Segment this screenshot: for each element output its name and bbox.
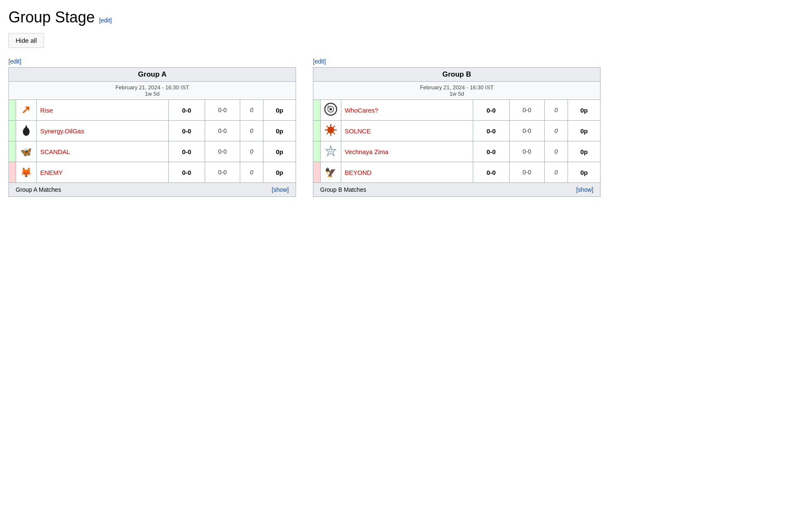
table-row: ↗ Rise 0-0 0-0 0 0p <box>9 100 296 121</box>
team-points: 0p <box>263 121 296 141</box>
team-points: 0p <box>568 162 601 183</box>
team-score-wl: 0-0 <box>473 141 509 162</box>
svg-point-7 <box>329 108 332 110</box>
page-title: Group Stage <box>8 8 95 26</box>
svg-line-17 <box>326 132 329 134</box>
team-score-diff: 0 <box>544 121 568 141</box>
team-logo: 🦋 <box>16 141 37 162</box>
group-a-countdown: 1w 5d <box>12 91 292 97</box>
team-rank-color <box>9 141 16 162</box>
team-score-maps: 0-0 <box>205 121 240 141</box>
group-a-show-link[interactable]: [show] <box>272 186 289 193</box>
group-b-name: Group B <box>442 70 471 78</box>
team-score-maps: 0-0 <box>205 162 240 183</box>
team-name[interactable]: BEYOND <box>341 162 473 183</box>
svg-text:🦊: 🦊 <box>20 167 32 178</box>
svg-line-14 <box>326 126 329 128</box>
team-score-wl: 0-0 <box>168 162 205 183</box>
table-row: Vechnaya Zima 0-0 0-0 0 0p <box>313 141 601 162</box>
group-a-table: Group A February 21, 2024 - 16:30 IST 1w… <box>8 67 296 197</box>
group-b-footer-label: Group B Matches <box>320 186 366 193</box>
team-logo: 🦅 <box>321 162 341 183</box>
group-b-section: [edit] Group B February 21, 2024 - 16:30… <box>313 58 601 197</box>
svg-text:$: $ <box>327 105 329 108</box>
team-score-diff: 0 <box>240 162 263 183</box>
svg-text:🦋: 🦋 <box>20 146 32 157</box>
team-name[interactable]: ENEMY <box>37 162 169 183</box>
team-rank-color <box>313 121 321 141</box>
svg-line-15 <box>333 132 335 134</box>
team-logo <box>16 121 37 141</box>
team-score-wl: 0-0 <box>473 162 509 183</box>
team-points: 0p <box>568 141 601 162</box>
team-score-maps: 0-0 <box>205 141 240 162</box>
team-name[interactable]: SCANDAL <box>37 141 169 162</box>
team-score-diff: 0 <box>240 121 263 141</box>
table-row: Synergy.OilGas 0-0 0-0 0 0p <box>9 121 296 141</box>
team-name[interactable]: Vechnaya Zima <box>341 141 473 162</box>
team-rank-color <box>313 162 321 183</box>
group-b-date: February 21, 2024 - 16:30 IST <box>317 84 597 91</box>
team-rank-color <box>9 162 16 183</box>
team-score-wl: 0-0 <box>168 121 205 141</box>
team-score-diff: 0 <box>240 141 263 162</box>
group-a-edit-link[interactable]: [edit] <box>8 58 296 65</box>
team-logo: 🦊 <box>16 162 37 183</box>
team-name[interactable]: Rise <box>37 100 169 121</box>
table-row: SOLNCE 0-0 0-0 0 0p <box>313 121 601 141</box>
team-points: 0p <box>263 162 296 183</box>
team-score-wl: 0-0 <box>168 100 205 121</box>
team-score-wl: 0-0 <box>473 100 509 121</box>
team-name[interactable]: Synergy.OilGas <box>37 121 169 141</box>
team-name[interactable]: SOLNCE <box>341 121 473 141</box>
table-row: 🦊 ENEMY 0-0 0-0 0 0p <box>9 162 296 183</box>
team-score-maps: 0-0 <box>509 121 544 141</box>
team-points: 0p <box>263 141 296 162</box>
group-b-show-link[interactable]: [show] <box>576 186 593 193</box>
group-a-name: Group A <box>138 70 166 78</box>
svg-text:↗: ↗ <box>21 103 30 116</box>
team-score-diff: 0 <box>544 162 568 183</box>
table-row: 🦅 BEYOND 0-0 0-0 0 0p <box>313 162 601 183</box>
group-a-footer-label: Group A Matches <box>16 186 61 193</box>
team-score-wl: 0-0 <box>168 141 205 162</box>
groups-container: [edit] Group A February 21, 2024 - 16:30… <box>8 58 804 197</box>
table-row: $ WhoCares? 0-0 0-0 0 0p <box>313 100 601 121</box>
team-score-maps: 0-0 <box>509 141 544 162</box>
svg-text:🦅: 🦅 <box>325 167 337 178</box>
team-score-maps: 0-0 <box>205 100 240 121</box>
team-score-diff: 0 <box>240 100 263 121</box>
team-logo: ↗ <box>16 100 37 121</box>
svg-marker-18 <box>326 146 336 156</box>
team-rank-color <box>9 121 16 141</box>
team-rank-color <box>313 141 321 162</box>
team-points: 0p <box>263 100 296 121</box>
svg-marker-2 <box>24 125 29 131</box>
page-header: Group Stage [edit] <box>8 8 804 26</box>
group-b-edit-link[interactable]: [edit] <box>313 58 601 65</box>
team-score-wl: 0-0 <box>473 121 509 141</box>
team-score-maps: 0-0 <box>509 162 544 183</box>
team-points: 0p <box>568 121 601 141</box>
table-row: 🦋 SCANDAL 0-0 0-0 0 0p <box>9 141 296 162</box>
team-score-diff: 0 <box>544 100 568 121</box>
group-b-table: Group B February 21, 2024 - 16:30 IST 1w… <box>313 67 601 197</box>
group-a-date: February 21, 2024 - 16:30 IST <box>12 84 292 91</box>
team-name[interactable]: WhoCares? <box>341 100 473 121</box>
page-edit-link[interactable]: [edit] <box>99 17 112 24</box>
group-b-countdown: 1w 5d <box>317 91 597 97</box>
team-logo <box>321 141 341 162</box>
team-rank-color <box>9 100 16 121</box>
svg-point-19 <box>329 149 332 152</box>
hide-all-button[interactable]: Hide all <box>8 33 44 48</box>
svg-line-16 <box>333 126 335 128</box>
team-score-diff: 0 <box>544 141 568 162</box>
team-score-maps: 0-0 <box>509 100 544 121</box>
team-points: 0p <box>568 100 601 121</box>
team-rank-color <box>313 100 321 121</box>
group-a-section: [edit] Group A February 21, 2024 - 16:30… <box>8 58 296 197</box>
team-logo: $ <box>321 100 341 121</box>
team-logo <box>321 121 341 141</box>
